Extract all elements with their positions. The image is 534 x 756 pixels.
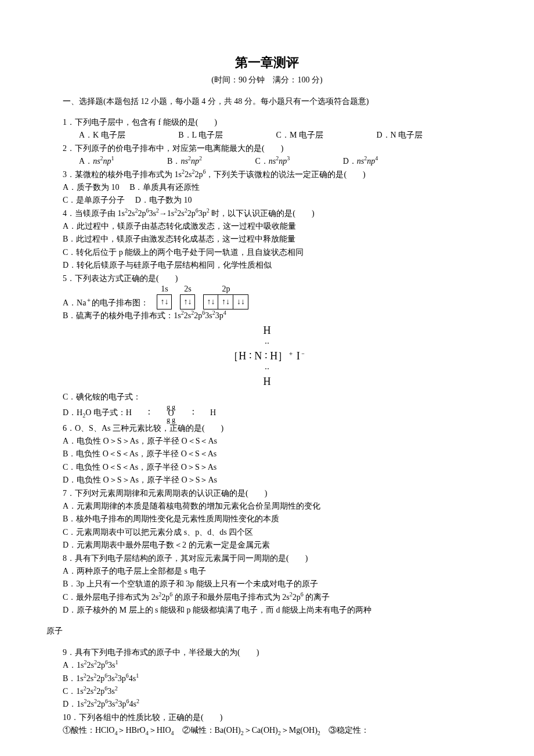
q7-stem: 7．下列对元素周期律和元素周期表的认识正确的是( ) [46, 487, 488, 500]
q5-C: C．碘化铵的电子式： [46, 391, 488, 404]
orbital-1s: 1s ↑↓ [157, 285, 172, 309]
q6-C: C．电负性 O＜S＜As，原子半径 O＞S＞As [46, 461, 488, 474]
q5-stem: 5．下列表达方式正确的是( ) [46, 272, 488, 285]
q3-D: D．电子数为 10 [135, 196, 192, 204]
orbital-2s: 2s ↑↓ [180, 285, 195, 309]
q8-D: D．原子核外的 M 层上的 s 能级和 p 能级都填满了电子，而 d 能级上尚未… [46, 604, 488, 617]
q10-line1: ①酸性：HClO4＞HBrO4＞HIO4 ②碱性：Ba(OH)2＞Ca(OH)2… [46, 724, 488, 737]
q9-C: C．1s22s22p63s2 [46, 685, 488, 698]
q3-B: B．单质具有还原性 [129, 183, 200, 192]
page-title: 第一章测评 [46, 52, 488, 73]
q9-stem: 9．具有下列电子排布式的原子中，半径最大的为( ) [46, 646, 488, 659]
q9-B: B．1s22s22p63s23p64s1 [46, 672, 488, 685]
q4-D: D．转化后镁原子与硅原子电子层结构相同，化学性质相似 [46, 259, 488, 272]
q5-B: B．硫离子的核外电子排布式：1s22s22p63s23p4 [46, 309, 488, 322]
page-subtitle: (时间：90 分钟 满分：100 分) [46, 74, 488, 87]
q3-stem: 3．某微粒的核外电子排布式为 1s22s22p6，下列关于该微粒的说法一定正确的… [46, 168, 488, 181]
q7-A: A．元素周期律的本质是随着核电荷数的增加元素化合价呈周期性的变化 [46, 500, 488, 513]
q2-options: A．ns2np1 B．ns2np2 C．ns2np3 D．ns2np4 [46, 155, 488, 168]
lewis-bot-h: H [46, 376, 488, 388]
q8-stem: 8．具有下列电子层结构的原子，其对应元素属于同一周期的是( ) [46, 552, 488, 565]
q1-options: A．K 电子层 B．L 电子层 C．M 电子层 D．N 电子层 [46, 129, 488, 142]
q8-D-cont: 原子 [46, 625, 488, 638]
q5-D: D．H2O 电子式：H ∶ g g O g g ∶ H [46, 404, 488, 422]
q2-C: C．ns2np3 [239, 155, 290, 168]
q7-B: B．核外电子排布的周期性变化是元素性质周期性变化的本质 [46, 513, 488, 525]
q4-B: B．此过程中，镁原子由激发态转化成基态，这一过程中释放能量 [46, 233, 488, 246]
q3-line2: C．是单原子分子 D．电子数为 10 [46, 194, 488, 207]
q6-B: B．电负性 O＜S＜As，原子半径 O＜S＜As [46, 448, 488, 460]
q5-lewis-nh4i: H ‥ ［H ∶ N ∶ H］＋ I－ ‥ H [46, 325, 488, 388]
lewis-top-h: H [46, 325, 488, 337]
lewis-main: ［H ∶ N ∶ H］＋ I－ [46, 350, 488, 363]
q4-C: C．转化后位于 p 能级上的两个电子处于同一轨道，且自旋状态相同 [46, 246, 488, 259]
q10-stem: 10．下列各组中的性质比较，正确的是( ) [46, 711, 488, 724]
q2-A: A．ns2np1 [63, 155, 114, 168]
q9-D: D．1s22s22p63s23p64s2 [46, 698, 488, 711]
q2-B: B．ns2np2 [151, 155, 202, 168]
q2-stem: 2．下列原子的价电子排布中，对应第一电离能最大的是( ) [46, 142, 488, 155]
q1-A: A．K 电子层 [63, 129, 125, 142]
q5-A: A．Na＋的电子排布图： 1s ↑↓ 2s ↑↓ 2p ↑↓ ↑↓ ↓↓ [46, 285, 488, 309]
lewis-dots-bot: ‥ [46, 363, 488, 376]
q4-A: A．此过程中，镁原子由基态转化成激发态，这一过程中吸收能量 [46, 220, 488, 233]
q1-stem: 1．下列电子层中，包含有 f 能级的是( ) [46, 116, 488, 129]
q1-D: D．N 电子层 [360, 129, 423, 142]
q6-stem: 6．O、S、As 三种元素比较，正确的是( ) [46, 422, 488, 435]
q7-D: D．元素周期表中最外层电子数＜2 的元素一定是金属元素 [46, 539, 488, 552]
q7-C: C．元素周期表中可以把元素分成 s、p、d、ds 四个区 [46, 526, 488, 539]
q3-line1: A．质子数为 10 B．单质具有还原性 [46, 181, 488, 194]
q8-C: C．最外层电子排布式为 2s22p6 的原子和最外层电子排布式为 2s22p6 … [46, 591, 488, 604]
section-1-header: 一、选择题(本题包括 12 小题，每小题 4 分，共 48 分。每小题只有一个选… [46, 95, 488, 108]
q1-C: C．M 电子层 [260, 129, 323, 142]
q8-B: B．3p 上只有一个空轨道的原子和 3p 能级上只有一个未成对电子的原子 [46, 578, 488, 591]
q9-A: A．1s22s22p63s1 [46, 659, 488, 672]
q4-stem: 4．当镁原子由 1s22s22p63s2→1s22s22p63p2 时，以下认识… [46, 207, 488, 220]
q8-A: A．两种原子的电子层上全部都是 s 电子 [46, 565, 488, 578]
q6-A: A．电负性 O＞S＞As，原子半径 O＜S＜As [46, 435, 488, 448]
q3-A: A．质子数为 10 [63, 183, 120, 192]
q6-D: D．电负性 O＞S＞As，原子半径 O＞S＞As [46, 474, 488, 487]
q2-D: D．ns2np4 [327, 155, 378, 168]
lewis-dots-top: ‥ [46, 337, 488, 350]
q3-C: C．是单原子分子 [63, 196, 125, 204]
q1-B: B．L 电子层 [162, 129, 223, 142]
orbital-2p: 2p ↑↓ ↑↓ ↓↓ [203, 285, 248, 309]
